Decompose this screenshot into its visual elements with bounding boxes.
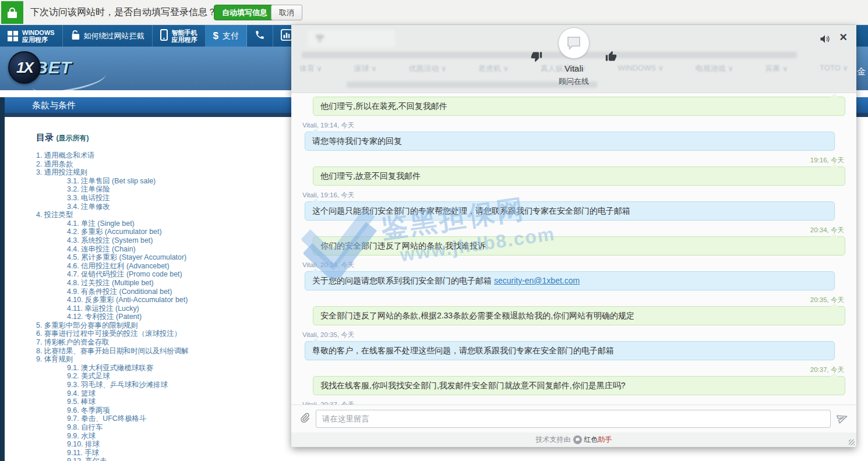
nav-label: 应用程序 bbox=[172, 36, 197, 43]
toc-link[interactable]: 4.2. 多重彩 (Accumulator bet) bbox=[67, 228, 162, 236]
chat-footer: 技术支持由 红色助手 bbox=[291, 432, 856, 447]
toc-item: 4.7. 促销代码投注 (Promo code bet) bbox=[36, 270, 189, 279]
toc-link[interactable]: 9.10. 排球 bbox=[67, 440, 100, 448]
toc-link[interactable]: 9.12. 高尔夫 bbox=[67, 457, 107, 461]
toc-link[interactable]: 9.7. 拳击、UFC终极格斗 bbox=[67, 414, 146, 423]
toc-item: 9. 体育规则 bbox=[36, 355, 189, 364]
toc-link[interactable]: 4.10. 反多重彩 (Anti-Accumulator bet) bbox=[67, 296, 188, 304]
infobar-message: 下次访问该网站时，是否自动填写登录信息？ bbox=[30, 6, 217, 19]
nav-label: WINDOWS bbox=[22, 29, 55, 36]
nav-phone[interactable] bbox=[247, 25, 273, 47]
toc-link[interactable]: 4.12. 专利投注 (Patent) bbox=[67, 313, 142, 321]
toc-item: 2. 通用条款 bbox=[36, 160, 189, 169]
chat-bubble-icon bbox=[565, 34, 583, 52]
toc-link[interactable]: 9.5. 棒球 bbox=[67, 398, 96, 406]
browser-infobar: 下次访问该网站时，是否自动填写登录信息？ 自动填写信息 取消 bbox=[0, 0, 868, 25]
agent-message-label: Vitali, 19:16, 今天 bbox=[302, 191, 846, 200]
attachment-icon[interactable] bbox=[299, 412, 310, 426]
toc-link[interactable]: 4.4. 连串投注 (Chain) bbox=[67, 245, 136, 253]
dollar-icon: $ bbox=[213, 30, 218, 42]
toc-link[interactable]: 7. 博彩帐户的资金存取 bbox=[36, 338, 109, 346]
toc-item: 8. 比赛结果、赛事开始日期和时间以及纠纷调解 bbox=[36, 347, 189, 356]
redhelper-link[interactable]: 红色助手 bbox=[584, 435, 612, 445]
windows-icon bbox=[8, 31, 18, 41]
toc-item: 9.9. 水球 bbox=[36, 432, 189, 441]
user-message-timestamp: 20:35, 今天 bbox=[302, 296, 844, 304]
toc-item: 4.10. 反多重彩 (Anti-Accumulator bet) bbox=[36, 296, 189, 304]
toc-item: 1. 通用概念和术语 bbox=[36, 151, 189, 160]
toc-item: 9.4. 篮球 bbox=[36, 389, 189, 398]
operator-name: Vitali bbox=[291, 63, 856, 73]
autofill-button[interactable]: 自动填写信息 bbox=[214, 5, 276, 20]
toc-link[interactable]: 6. 赛事进行过程中可接受的投注（滚球投注） bbox=[36, 329, 181, 338]
toc-show-all-link[interactable]: (显示所有) bbox=[56, 134, 89, 142]
toc-link[interactable]: 4.1. 单注 (Single bet) bbox=[67, 219, 135, 228]
thumbs-up-icon[interactable] bbox=[605, 51, 617, 62]
toc-link[interactable]: 9.2. 美式足球 bbox=[67, 372, 110, 380]
agent-message-bubble: 关于您的问题请您联系到我们安全部门的电子邮箱 security-en@1xbet… bbox=[305, 271, 835, 290]
toc-link[interactable]: 9. 体育规则 bbox=[36, 355, 73, 363]
logo-circle-icon: 1X bbox=[8, 51, 41, 84]
user-message-bubble: 安全部门违反了网站的条款,根据2.33条款必需要全额退款给我的,你们网站有明确的… bbox=[313, 306, 845, 325]
toc-link[interactable]: 4.9. 有条件投注 (Conditional bet) bbox=[67, 288, 172, 296]
toc-link[interactable]: 1. 通用概念和术语 bbox=[36, 151, 95, 159]
toc-link[interactable]: 4.8. 过关投注 (Multiple bet) bbox=[67, 279, 154, 287]
nav-windows-apps[interactable]: WINDOWS应用程序 bbox=[0, 25, 63, 47]
operator-status: 顾问在线 bbox=[291, 76, 856, 87]
agent-message-bubble: 尊敬的客户，在线客服不处理这些问题，请您联系跟我们专家在安全部门的电子邮箱 bbox=[305, 341, 835, 360]
toc-item: 3.4. 注单修改 bbox=[36, 203, 189, 211]
toc-item: 4. 投注类型 bbox=[36, 211, 189, 219]
chat-input-row bbox=[291, 405, 856, 432]
toc-link[interactable]: 2. 通用条款 bbox=[36, 160, 73, 168]
toc-item: 3. 通用投注规则 bbox=[36, 168, 189, 177]
toc-link[interactable]: 3. 通用投注规则 bbox=[36, 168, 87, 176]
toc-item: 4.8. 过关投注 (Multiple bet) bbox=[36, 279, 189, 288]
toc-link[interactable]: 9.4. 篮球 bbox=[67, 389, 96, 398]
toc-item: 3.1. 注单售回 (Bet slip sale) bbox=[36, 177, 189, 186]
toc-item: 9.7. 拳击、UFC终极格斗 bbox=[36, 414, 189, 423]
toc-item: 4.1. 单注 (Single bet) bbox=[36, 219, 189, 228]
toc-item: 9.5. 棒球 bbox=[36, 398, 189, 406]
toc-link[interactable]: 9.9. 水球 bbox=[67, 432, 96, 440]
user-message-bubble: 他们理亏,所以在装死,不回复我邮件 bbox=[313, 97, 845, 116]
toc-item: 9.12. 高尔夫 bbox=[36, 457, 189, 461]
toc-link[interactable]: 3.4. 注单修改 bbox=[67, 203, 110, 211]
toc-link[interactable]: 9.11. 手球 bbox=[67, 449, 99, 457]
toc-link[interactable]: 9.1. 澳大利亚式橄榄球联赛 bbox=[67, 364, 153, 372]
sound-icon[interactable] bbox=[819, 33, 831, 45]
thumbs-down-icon[interactable] bbox=[531, 51, 542, 62]
operator-avatar bbox=[558, 27, 590, 59]
toc-link[interactable]: 4.7. 促销代码投注 (Promo code bet) bbox=[67, 270, 182, 278]
user-message-bubble: 我找在线客服,你叫我找安全部门,我发邮件安全部门就故意不回复邮件,你们是黑庄吗? bbox=[313, 376, 845, 395]
toc-link[interactable]: 4.6. 信用投注红利 (Advancebet) bbox=[67, 262, 170, 270]
toc-link[interactable]: 4.5. 累计多重彩 (Stayer Accumulator) bbox=[67, 253, 186, 261]
toc-item: 4.4. 连串投注 (Chain) bbox=[36, 245, 189, 254]
toc-link[interactable]: 4. 投注类型 bbox=[36, 211, 73, 219]
toc-link[interactable]: 9.8. 自行车 bbox=[67, 423, 103, 431]
send-icon[interactable] bbox=[837, 412, 848, 426]
1xbet-logo[interactable]: 1X BET bbox=[8, 51, 72, 84]
message-input[interactable] bbox=[316, 410, 831, 428]
cancel-button[interactable]: 取消 bbox=[271, 5, 302, 20]
toc-item: 3.3. 电话投注 bbox=[36, 194, 189, 203]
toc-item: 4.12. 专利投注 (Patent) bbox=[36, 313, 189, 321]
toc-link[interactable]: 4.3. 系统投注 (System bet) bbox=[67, 236, 153, 244]
close-icon[interactable]: × bbox=[839, 30, 847, 45]
resize-handle[interactable] bbox=[849, 439, 855, 445]
toc-link[interactable]: 3.2. 注单保险 bbox=[67, 185, 110, 193]
toc-link[interactable]: 9.3. 羽毛球、乒乓球和沙滩排球 bbox=[67, 381, 168, 389]
toc-link[interactable]: 8. 比赛结果、赛事开始日期和时间以及纠纷调解 bbox=[36, 347, 189, 355]
toc-link[interactable]: 3.3. 电话投注 bbox=[67, 194, 110, 202]
nav-label: 智能手机 bbox=[172, 29, 197, 36]
toc-item: 6. 赛事进行过程中可接受的投注（滚球投注） bbox=[36, 329, 189, 338]
toc-link[interactable]: 4.11. 幸运投注 (Lucky) bbox=[67, 304, 139, 313]
email-link[interactable]: security-en@1xbet.com bbox=[494, 276, 580, 285]
support-prefix: 技术支持由 bbox=[536, 435, 571, 445]
toc-link[interactable]: 5. 多重彩中部分赛事的限制规则 bbox=[36, 321, 138, 329]
toc-link[interactable]: 3.1. 注单售回 (Bet slip sale) bbox=[67, 177, 156, 185]
nav-payments[interactable]: $ 支付 bbox=[206, 25, 247, 47]
toc-link[interactable]: 9.6. 冬季两项 bbox=[67, 406, 110, 414]
padlock-icon bbox=[70, 30, 80, 42]
nav-mobile-apps[interactable]: 智能手机应用程序 bbox=[153, 25, 206, 47]
nav-bypass-block[interactable]: 如何绕过网站拦截 bbox=[63, 25, 153, 47]
